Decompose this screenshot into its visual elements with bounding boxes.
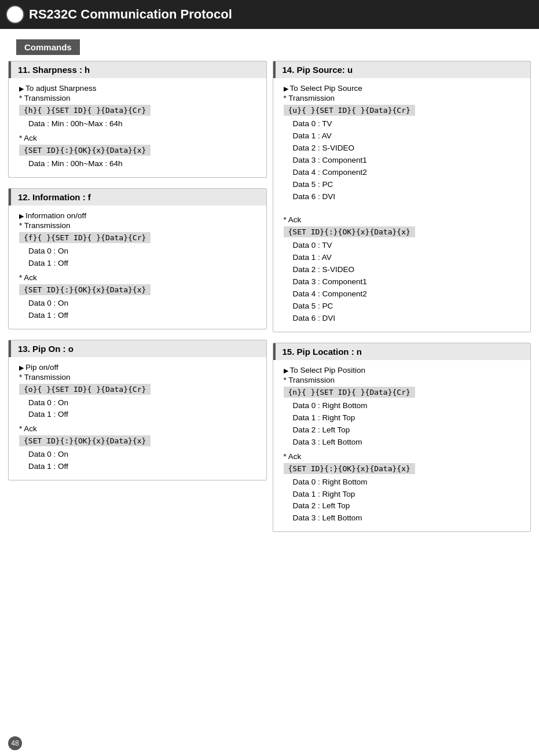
pip-location-tx-label: * Transmission <box>284 376 520 384</box>
pip-on-tx-data-items: Data 0 : OnData 1 : Off <box>19 397 256 421</box>
pip-source-tx-data-items: Data 0 : TV Data 1 : AV Data 2 : S-VIDEO… <box>284 118 520 203</box>
information-ack-label: * Ack <box>19 273 256 282</box>
information-ack-code: {SET ID}{:}{OK}{x}{Data}{x} <box>19 284 151 295</box>
sharpness-tx-label: * Transmission <box>19 94 256 102</box>
sharpness-ack-label: * Ack <box>19 134 256 142</box>
information-tx-data-items: Data 0 : OnData 1 : Off <box>19 245 256 270</box>
information-ack-data-items: Data 0 : OnData 1 : Off <box>19 298 256 322</box>
sharpness-description: To adjust Sharpness <box>19 84 256 93</box>
pip-location-ack-label: * Ack <box>284 452 520 461</box>
information-tx-code: {f}{ }{SET ID}{ }{Data}{Cr} <box>19 232 151 243</box>
sharpness-ack-code: {SET ID}{:}{OK}{x}{Data}{x} <box>19 145 151 156</box>
pip-source-ack-code: {SET ID}{:}{OK}{x}{Data}{x} <box>284 226 415 237</box>
pip-location-description: To Select Pip Position <box>284 366 520 375</box>
pip-on-ack-code: {SET ID}{:}{OK}{x}{Data}{x} <box>19 435 151 446</box>
section-pip-location: 15. Pip Location : n To Select Pip Posit… <box>273 343 531 532</box>
pip-on-tx-code: {o}{ }{SET ID}{ }{Data}{Cr} <box>19 384 151 395</box>
sharpness-tx-data: Data : Min : 00h~Max : 64h <box>19 118 256 130</box>
pip-source-description: To Select Pip Source <box>284 84 520 93</box>
section-pip-on-title: 13. Pip On : o <box>9 340 266 357</box>
pip-source-ack-data-items: Data 0 : TV Data 1 : AV Data 2 : S-VIDEO… <box>284 240 520 324</box>
left-column: 11. Sharpness : h To adjust Sharpness * … <box>8 61 267 542</box>
page-number: 48 <box>8 736 22 750</box>
pip-location-tx-code: {n}{ }{SET ID}{ }{Data}{Cr} <box>284 387 415 398</box>
pip-location-ack-code: {SET ID}{:}{OK}{x}{Data}{x} <box>284 463 415 474</box>
commands-bar: Commands <box>16 39 80 55</box>
page-header: RS232C Communication Protocol <box>0 0 539 29</box>
page-title: RS232C Communication Protocol <box>29 7 232 21</box>
section-pip-source-title: 14. Pip Source: u <box>273 61 531 78</box>
information-description: Information on/off <box>19 211 256 220</box>
right-column: 14. Pip Source: u To Select Pip Source *… <box>273 61 531 542</box>
section-information-title: 12. Information : f <box>9 189 266 205</box>
pip-location-ack-data-items: Data 0 : Right Bottom Data 1 : Right Top… <box>284 476 520 525</box>
information-tx-label: * Transmission <box>19 221 256 230</box>
pip-on-description: Pip on/off <box>19 363 256 372</box>
pip-on-tx-label: * Transmission <box>19 373 256 381</box>
sharpness-tx-code: {h}{ }{SET ID}{ }{Data}{Cr} <box>19 105 151 116</box>
sharpness-ack-data: Data : Min : 00h~Max : 64h <box>19 158 256 170</box>
pip-on-ack-label: * Ack <box>19 424 256 433</box>
pip-on-ack-data-items: Data 0 : OnData 1 : Off <box>19 449 256 473</box>
section-pip-on: 13. Pip On : o Pip on/off * Transmission… <box>8 340 267 481</box>
pip-source-ack-label: * Ack <box>284 215 520 224</box>
section-information: 12. Information : f Information on/off *… <box>8 188 267 329</box>
pip-source-tx-code: {u}{ }{SET ID}{ }{Data}{Cr} <box>284 105 415 116</box>
section-pip-source: 14. Pip Source: u To Select Pip Source *… <box>273 61 531 332</box>
pip-source-tx-label: * Transmission <box>284 94 520 102</box>
pip-location-tx-data-items: Data 0 : Right Bottom Data 1 : Right Top… <box>284 400 520 449</box>
section-sharpness-title: 11. Sharpness : h <box>9 61 266 78</box>
section-pip-location-title: 15. Pip Location : n <box>273 343 531 360</box>
header-circle <box>6 5 24 24</box>
section-sharpness: 11. Sharpness : h To adjust Sharpness * … <box>8 61 267 178</box>
